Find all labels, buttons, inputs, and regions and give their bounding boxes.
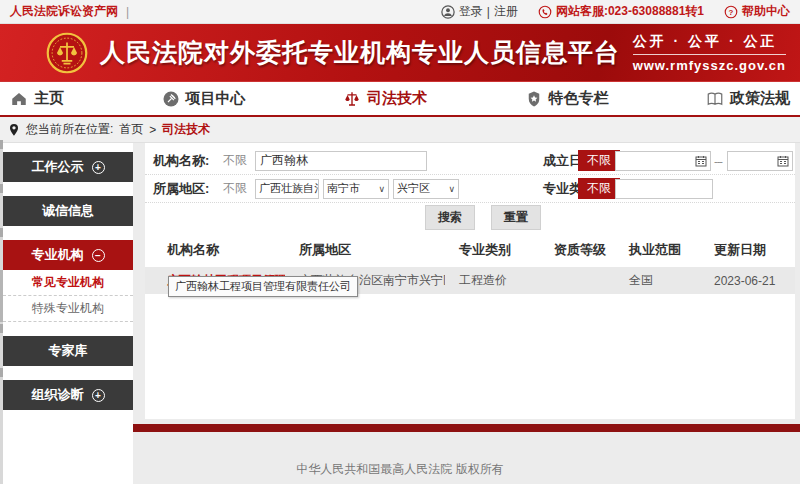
cell-category: 工程造价 bbox=[445, 267, 540, 294]
breadcrumb-separator: > bbox=[149, 123, 156, 137]
login-link[interactable]: 登录 bbox=[459, 3, 483, 20]
project-center-icon bbox=[162, 90, 180, 108]
chevron-down-icon: ∨ bbox=[446, 184, 455, 194]
location-pin-icon bbox=[8, 123, 20, 137]
main-nav: 主页 项目中心 司法技术 特色专栏 政策法规 bbox=[0, 81, 800, 117]
sidebar-item-label: 诚信信息 bbox=[42, 202, 94, 220]
sidebar: 工作公示 + 诚信信息 专业机构 − 常见专业机构 特殊专业机构 专家库 组织诊… bbox=[0, 143, 133, 484]
sidebar-notch bbox=[0, 184, 3, 193]
sidebar-item-expert-library[interactable]: 专家库 bbox=[3, 336, 133, 366]
nav-label: 政策法规 bbox=[730, 89, 790, 108]
chevron-down-icon: ∨ bbox=[376, 184, 385, 194]
sidebar-item-professional-orgs[interactable]: 专业机构 − bbox=[3, 240, 133, 270]
breadcrumb-current: 司法技术 bbox=[162, 121, 210, 138]
banner-slogan: 公开 · 公平 · 公正 bbox=[633, 33, 786, 55]
sidebar-subitem-label: 常见专业机构 bbox=[32, 274, 104, 291]
nav-item-policies[interactable]: 政策法规 bbox=[706, 89, 790, 108]
filter-row-region-category: 所属地区: 不限 广西壮族自治 ∨ 南宁市 ∨ 兴宁区 ∨ 专业类别: 不限 bbox=[145, 175, 795, 203]
help-icon: ? bbox=[724, 5, 738, 19]
cell-grade bbox=[540, 267, 615, 294]
region-label: 所属地区: bbox=[153, 180, 209, 198]
scales-icon bbox=[343, 90, 361, 108]
nav-item-home[interactable]: 主页 bbox=[10, 89, 64, 108]
col-header-grade: 资质等级 bbox=[540, 235, 615, 267]
court-emblem-icon bbox=[46, 32, 88, 74]
sidebar-item-label: 专业机构 bbox=[32, 246, 84, 264]
main-panel: 机构名称: 不限 成立日期: 不限 --- 所属地区: 不限 广西壮族自治 ∨ … bbox=[145, 143, 795, 419]
breadcrumb-prefix: 您当前所在位置: bbox=[26, 121, 113, 138]
district-select[interactable]: 兴宁区 ∨ bbox=[393, 179, 459, 199]
sidebar-notch bbox=[0, 228, 3, 237]
col-header-category: 专业类别 bbox=[445, 235, 540, 267]
sidebar-item-integrity-info[interactable]: 诚信信息 bbox=[3, 196, 133, 226]
filter-buttons-row: 搜索 重置 bbox=[145, 203, 795, 231]
filter-row-name-date: 机构名称: 不限 成立日期: 不限 --- bbox=[145, 147, 795, 175]
sidebar-item-work-publicity[interactable]: 工作公示 + bbox=[3, 152, 133, 182]
category-unlimited-button[interactable]: 不限 bbox=[578, 178, 620, 199]
org-name-tooltip: 广西翰林工程项目管理有限责任公司 bbox=[168, 276, 358, 297]
site-name-link[interactable]: 人民法院诉讼资产网 bbox=[10, 3, 118, 20]
svg-text:?: ? bbox=[729, 8, 734, 17]
org-name-input[interactable] bbox=[255, 151, 427, 171]
sidebar-notch bbox=[0, 368, 3, 377]
city-select[interactable]: 南宁市 ∨ bbox=[323, 179, 389, 199]
nav-item-project-center[interactable]: 项目中心 bbox=[162, 89, 246, 108]
founded-unlimited-button[interactable]: 不限 bbox=[578, 150, 620, 171]
nav-label: 司法技术 bbox=[367, 89, 427, 108]
sidebar-item-label: 组织诊断 bbox=[32, 386, 84, 404]
nav-item-featured-column[interactable]: 特色专栏 bbox=[525, 89, 609, 108]
phone-icon bbox=[538, 5, 552, 19]
expand-plus-icon: + bbox=[92, 161, 105, 174]
badge-icon bbox=[525, 90, 543, 108]
hotline-text: 网站客服:023-63088881转1 bbox=[556, 3, 704, 20]
nav-label: 项目中心 bbox=[186, 89, 246, 108]
banner-website-url: www.rmfysszc.gov.cn bbox=[633, 58, 786, 73]
reset-button[interactable]: 重置 bbox=[491, 205, 541, 230]
cell-updated: 2023-06-21 bbox=[700, 267, 795, 294]
district-select-value: 兴宁区 bbox=[397, 181, 430, 196]
user-icon bbox=[441, 5, 455, 19]
platform-title: 人民法院对外委托专业机构专业人员信息平台 bbox=[100, 36, 620, 69]
help-center-link[interactable]: 帮助中心 bbox=[742, 3, 790, 20]
founded-from-input[interactable] bbox=[615, 151, 711, 171]
expand-plus-icon: + bbox=[92, 389, 105, 402]
nav-label: 特色专栏 bbox=[549, 89, 609, 108]
sidebar-item-label: 专家库 bbox=[49, 342, 88, 360]
col-header-updated: 更新日期 bbox=[700, 235, 795, 267]
topbar-divider: | bbox=[126, 5, 129, 19]
sidebar-notch bbox=[0, 140, 3, 149]
search-button[interactable]: 搜索 bbox=[425, 205, 475, 230]
region-unlimited[interactable]: 不限 bbox=[223, 180, 247, 197]
calendar-icon bbox=[777, 155, 789, 167]
breadcrumb-home-link[interactable]: 首页 bbox=[119, 121, 143, 138]
footer-red-bar bbox=[133, 424, 800, 432]
top-utility-bar: 人民法院诉讼资产网 | 登录 | 注册 网站客服:023-63088881转1 … bbox=[0, 0, 800, 24]
date-range-separator: --- bbox=[714, 155, 722, 167]
sidebar-subitem-label: 特殊专业机构 bbox=[32, 300, 104, 317]
breadcrumb: 您当前所在位置: 首页 > 司法技术 bbox=[0, 117, 800, 143]
col-header-org-name: 机构名称 bbox=[145, 235, 285, 267]
sidebar-submenu: 常见专业机构 特殊专业机构 bbox=[0, 270, 133, 322]
home-icon bbox=[10, 90, 28, 108]
register-link[interactable]: 注册 bbox=[494, 3, 518, 20]
sidebar-item-org-diagnosis[interactable]: 组织诊断 + bbox=[3, 380, 133, 410]
org-name-label: 机构名称: bbox=[153, 152, 209, 170]
site-banner: 人民法院对外委托专业机构专业人员信息平台 公开 · 公平 · 公正 www.rm… bbox=[0, 24, 800, 81]
province-select[interactable]: 广西壮族自治 ∨ bbox=[255, 179, 319, 199]
sidebar-subitem-common-orgs[interactable]: 常见专业机构 bbox=[3, 270, 133, 296]
sidebar-subitem-special-orgs[interactable]: 特殊专业机构 bbox=[3, 296, 133, 322]
cell-scope: 全国 bbox=[615, 267, 700, 294]
founded-to-input[interactable] bbox=[727, 151, 793, 171]
col-header-region: 所属地区 bbox=[285, 235, 445, 267]
footer-copyright: 中华人民共和国最高人民法院 版权所有 bbox=[0, 461, 800, 478]
sidebar-notch bbox=[0, 324, 3, 333]
province-select-value: 广西壮族自治 bbox=[259, 181, 319, 196]
calendar-icon bbox=[695, 155, 707, 167]
collapse-minus-icon: − bbox=[92, 249, 105, 262]
sidebar-item-label: 工作公示 bbox=[32, 158, 84, 176]
category-input[interactable] bbox=[615, 179, 713, 199]
city-select-value: 南宁市 bbox=[327, 181, 360, 196]
org-name-unlimited[interactable]: 不限 bbox=[223, 152, 247, 169]
nav-item-judicial-tech[interactable]: 司法技术 bbox=[343, 89, 427, 108]
col-header-scope: 执业范围 bbox=[615, 235, 700, 267]
